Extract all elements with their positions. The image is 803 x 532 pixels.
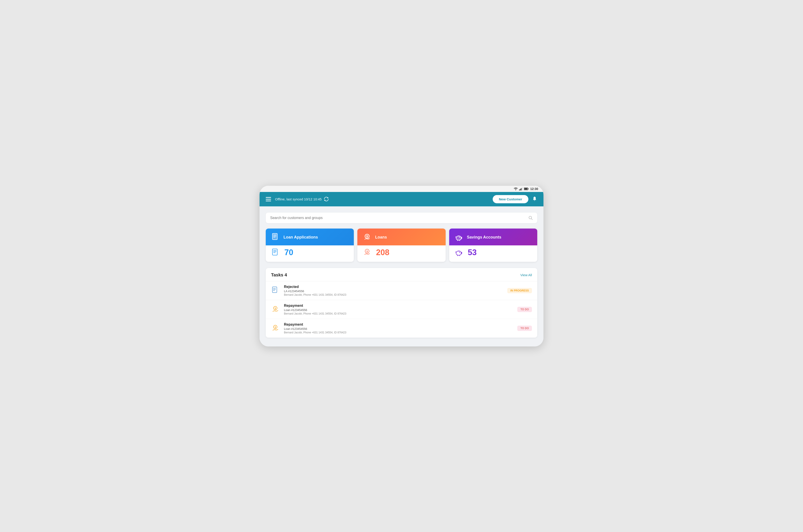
svg-point-28 (459, 252, 460, 253)
view-all-link[interactable]: View All (521, 273, 532, 277)
svg-rect-1 (519, 190, 520, 190)
task-name: Repayment (284, 304, 513, 308)
svg-line-9 (531, 218, 532, 220)
coin-hand-icon-body: $ (363, 248, 371, 257)
task-document-icon (271, 286, 280, 295)
status-icons: 12:30 (514, 187, 538, 191)
svg-rect-7 (524, 188, 528, 190)
savings-header-icon (454, 232, 464, 242)
svg-rect-3 (521, 188, 522, 190)
svg-rect-16 (273, 251, 276, 252)
nav-left: Offline, last synced 10/12 10:45 (266, 197, 329, 202)
loans-header: $ Loans (357, 229, 445, 245)
svg-rect-29 (458, 251, 459, 251)
svg-rect-24 (458, 235, 459, 236)
piggybank-icon-body (455, 248, 463, 257)
search-input[interactable] (270, 216, 528, 220)
signal-icon (519, 187, 523, 190)
loan-applications-count: 70 (285, 248, 293, 257)
svg-rect-10 (272, 233, 277, 240)
task-item[interactable]: Rejected LA #123454556 Bernard Jacobi, P… (266, 281, 537, 300)
search-icon (528, 216, 533, 220)
task-info: Repayment Loan #123454556 Bernard Jacobi… (284, 304, 513, 315)
svg-rect-17 (273, 252, 275, 253)
loan-applications-title: Loan Applications (284, 235, 318, 240)
hamburger-menu[interactable] (266, 197, 271, 201)
sync-info: Offline, last synced 10/12 10:45 (275, 197, 329, 202)
task-loan-icon: $ (271, 305, 280, 314)
top-nav: Offline, last synced 10/12 10:45 New Cus… (259, 192, 544, 206)
task-status-badge: TO DO (517, 307, 532, 312)
task-ref: LA #123454556 (284, 289, 503, 293)
savings-body-icon (454, 248, 464, 258)
coin-hand-icon-header: $ (363, 233, 371, 242)
loans-body-icon: $ (362, 248, 372, 258)
main-content: Loan Applications 70 (259, 206, 544, 346)
sync-icon (324, 197, 329, 202)
status-time: 12:30 (530, 187, 538, 191)
tasks-header: Tasks 4 View All (266, 268, 537, 281)
piggybank-icon-header (455, 233, 463, 242)
task-detail: Bernard Jacobi, Phone +631 1431 34554, I… (284, 293, 503, 297)
savings-body: 53 (449, 245, 537, 262)
task-loan-icon-2: $ (271, 324, 280, 333)
cards-row: Loan Applications 70 (266, 229, 537, 262)
task-item[interactable]: $ Repayment Loan #123454556 Bernard Jaco… (266, 319, 537, 338)
tasks-section: Tasks 4 View All Rejected LA #123454556 (266, 268, 537, 338)
battery-icon (524, 188, 529, 190)
loan-applications-body: 70 (266, 245, 354, 262)
new-customer-button[interactable]: New Customer (493, 195, 528, 203)
svg-rect-4 (522, 188, 523, 190)
loan-applications-body-icon (271, 248, 280, 258)
loans-header-icon: $ (362, 232, 372, 242)
loan-applications-card[interactable]: Loan Applications 70 (266, 229, 354, 262)
svg-rect-11 (273, 235, 276, 235)
loans-card[interactable]: $ Loans $ 208 (357, 229, 445, 262)
task-info: Rejected LA #123454556 Bernard Jacobi, P… (284, 285, 503, 297)
svg-rect-12 (273, 236, 276, 236)
status-bar: 12:30 (259, 186, 544, 192)
loans-count: 208 (376, 248, 389, 257)
svg-rect-14 (272, 249, 277, 255)
svg-rect-13 (273, 237, 275, 238)
task-detail: Bernard Jacobi, Phone +631 1431 34554, I… (284, 312, 513, 315)
document-icon (272, 233, 279, 242)
svg-rect-2 (520, 189, 521, 190)
svg-point-23 (459, 237, 460, 238)
task-info: Repayment Loan #123454556 Bernard Jacobi… (284, 323, 513, 334)
svg-text:$: $ (366, 235, 368, 238)
loans-title: Loans (375, 235, 387, 240)
svg-point-22 (456, 236, 461, 240)
sync-text: Offline, last synced 10/12 10:45 (275, 197, 322, 201)
savings-count: 53 (468, 248, 477, 257)
svg-rect-34 (273, 289, 276, 290)
search-bar[interactable] (266, 213, 537, 223)
svg-text:$: $ (275, 307, 276, 310)
loan-applications-header-icon (271, 232, 280, 242)
document-body-icon (272, 248, 279, 256)
task-detail: Bernard Jacobi, Phone +631 1431 34554, I… (284, 331, 513, 334)
svg-text:$: $ (275, 326, 276, 328)
task-item[interactable]: $ Repayment Loan #123454556 Bernard Jaco… (266, 300, 537, 319)
svg-rect-6 (528, 188, 529, 189)
savings-card[interactable]: Savings Accounts 53 (449, 229, 537, 262)
svg-point-27 (456, 251, 461, 255)
savings-title: Savings Accounts (467, 235, 501, 240)
task-status-badge: IN PROGRESS (507, 288, 532, 293)
svg-text:$: $ (366, 250, 368, 253)
savings-header: Savings Accounts (449, 229, 537, 245)
tasks-title: Tasks 4 (271, 272, 287, 278)
svg-point-0 (515, 190, 516, 190)
task-name: Rejected (284, 285, 503, 289)
task-status-badge: TO DO (517, 326, 532, 331)
loan-applications-header: Loan Applications (266, 229, 354, 245)
wifi-icon (514, 187, 518, 190)
svg-rect-33 (273, 288, 276, 289)
svg-rect-35 (273, 290, 275, 291)
task-ref: Loan #123454556 (284, 308, 513, 312)
svg-rect-15 (273, 250, 276, 251)
notification-bell-icon[interactable] (532, 196, 537, 202)
device-frame: 12:30 Offline, last synced 10/12 10:45 N… (259, 186, 544, 346)
loans-body: $ 208 (357, 245, 445, 262)
nav-right: New Customer (493, 195, 537, 203)
